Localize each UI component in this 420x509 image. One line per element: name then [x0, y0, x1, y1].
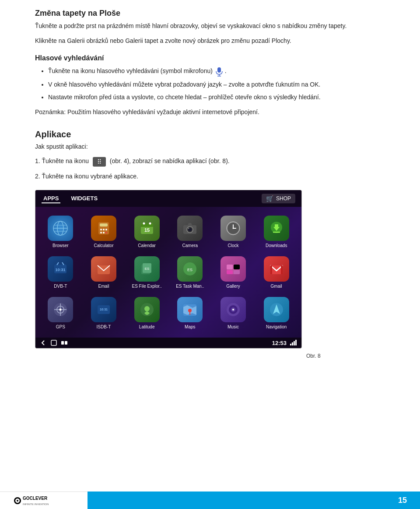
section3-step1: 1. Ťukněte na ikonu ⠿ (obr. 4), zobrazí … — [35, 157, 385, 166]
svg-point-10 — [100, 229, 102, 230]
section2-title: Hlasové vyhledávání — [35, 54, 385, 62]
camera-icon — [177, 216, 203, 241]
back-icon — [40, 339, 68, 346]
email-label: Email — [98, 284, 109, 289]
latitude-icon — [134, 297, 160, 322]
svg-point-31 — [232, 228, 234, 229]
svg-point-14 — [103, 232, 105, 234]
latitude-label: Latitude — [139, 324, 155, 330]
dvbt-label: DVB-T — [54, 284, 67, 289]
section2-bullet1-item: Ťukněte na ikonu hlasového vyhledáváni (… — [48, 66, 385, 76]
gps-label: GPS — [56, 324, 65, 330]
svg-text:10:31: 10:31 — [56, 268, 66, 272]
maps-icon — [177, 297, 203, 322]
tab-widgets[interactable]: WIDGETS — [69, 194, 99, 203]
status-bar: 12:53 — [35, 338, 301, 348]
navigation-label: Navigation — [266, 324, 287, 330]
app-isdb[interactable]: 10:31 ISDB-T — [82, 293, 126, 333]
svg-rect-0 — [217, 67, 221, 73]
svg-rect-50 — [234, 270, 240, 274]
estask-icon: ES — [177, 256, 203, 282]
app-browser[interactable]: Browser — [39, 211, 82, 252]
svg-text:ES: ES — [144, 267, 149, 271]
section1-p1: Ťukněte a podržte prst na prázdném místě… — [35, 21, 385, 31]
svg-rect-77 — [294, 341, 295, 345]
svg-point-11 — [103, 229, 105, 230]
app-calculator[interactable]: Calculator — [82, 211, 126, 252]
bullet1-period: . — [225, 67, 227, 74]
clock-label: Clock — [228, 243, 238, 248]
app-calendar[interactable]: 15 Calendar — [125, 211, 168, 252]
svg-rect-76 — [292, 342, 293, 345]
svg-point-81 — [17, 500, 18, 502]
calendar-icon: 15 — [134, 216, 160, 241]
email-icon — [91, 256, 116, 282]
svg-point-62 — [144, 306, 150, 311]
app-estask[interactable]: ES ES Task Man.. — [168, 252, 212, 293]
app-latitude[interactable]: Latitude — [125, 293, 168, 333]
svg-rect-34 — [275, 224, 278, 227]
app-drawer-screenshot: APPS WIDGETS 🛒 SHOP Browser Calcul — [35, 190, 302, 349]
navigation-icon — [264, 297, 289, 322]
svg-rect-78 — [295, 340, 297, 345]
estask-label: ES Task Man.. — [176, 284, 204, 289]
svg-point-19 — [143, 223, 145, 225]
microphone-icon — [215, 67, 223, 77]
calculator-icon — [91, 216, 116, 241]
calculator-label: Calculator — [94, 243, 113, 248]
svg-point-13 — [100, 232, 102, 234]
svg-point-12 — [105, 229, 107, 230]
gmail-icon — [264, 256, 289, 282]
svg-rect-75 — [290, 344, 291, 345]
app-camera[interactable]: Camera — [168, 211, 212, 252]
footer-logo: GOCLEVER INFINITE INVENTION — [0, 492, 88, 509]
section1-p2: Klikněte na Galerii obrázků nebo Galerii… — [35, 36, 385, 46]
svg-rect-9 — [100, 223, 108, 227]
section3-step1b-text: (obr. 4), zobrazí se nabídka aplikací (o… — [110, 157, 230, 164]
section2-note: Poznámka: Použitím hlasového vyhledávání… — [35, 108, 385, 117]
browser-icon — [48, 216, 73, 241]
app-navigation[interactable]: Navigation — [255, 293, 298, 333]
app-gallery[interactable]: Gallery — [212, 252, 255, 293]
page-number: 15 — [398, 496, 407, 505]
svg-rect-48 — [234, 265, 240, 269]
app-gps[interactable]: GPS — [39, 293, 82, 333]
app-dvbt[interactable]: 10:31 DVB-T — [39, 252, 82, 293]
esfile-icon: ES — [134, 256, 160, 282]
section1-title: Změna tapety na Ploše — [35, 9, 385, 18]
section2-list: Ťukněte na ikonu hlasového vyhledáváni (… — [48, 66, 385, 102]
page-content: Změna tapety na Ploše Ťukněte a podržte … — [0, 0, 420, 401]
isdb-label: ISDB-T — [97, 324, 111, 330]
app-email[interactable]: Email — [82, 252, 126, 293]
maps-label: Maps — [185, 324, 195, 330]
svg-text:10:31: 10:31 — [100, 308, 108, 311]
section3-title: Aplikace — [35, 129, 385, 139]
app-music[interactable]: Music — [212, 293, 255, 333]
app-downloads[interactable]: Downloads — [255, 211, 298, 252]
tab-apps[interactable]: APPS — [42, 194, 60, 203]
calendar-label: Calendar — [138, 243, 156, 248]
app-clock[interactable]: Clock — [212, 211, 255, 252]
goclever-logo: GOCLEVER INFINITE INVENTION — [13, 494, 74, 507]
svg-rect-52 — [270, 265, 272, 274]
music-icon — [220, 297, 246, 322]
browser-label: Browser — [52, 243, 69, 248]
camera-label: Camera — [182, 243, 198, 248]
downloads-icon — [264, 216, 289, 241]
svg-rect-73 — [61, 341, 64, 345]
status-time: 12:53 — [272, 340, 287, 346]
isdb-icon: 10:31 — [91, 297, 116, 322]
svg-point-64 — [188, 309, 192, 312]
gps-icon — [48, 297, 73, 322]
app-gmail[interactable]: Gmail — [255, 252, 298, 293]
section3-step1a-text: 1. Ťukněte na ikonu — [35, 157, 89, 164]
shop-button[interactable]: 🛒 SHOP — [262, 194, 295, 203]
svg-point-26 — [188, 228, 189, 229]
dvbt-icon: 10:31 — [48, 256, 73, 282]
music-label: Music — [228, 324, 239, 330]
page-footer: GOCLEVER INFINITE INVENTION 15 — [0, 492, 420, 509]
app-maps[interactable]: Maps — [168, 293, 212, 333]
svg-rect-72 — [51, 340, 56, 345]
svg-rect-53 — [281, 265, 283, 274]
app-esfile[interactable]: ES ES File Explor.. — [125, 252, 168, 293]
